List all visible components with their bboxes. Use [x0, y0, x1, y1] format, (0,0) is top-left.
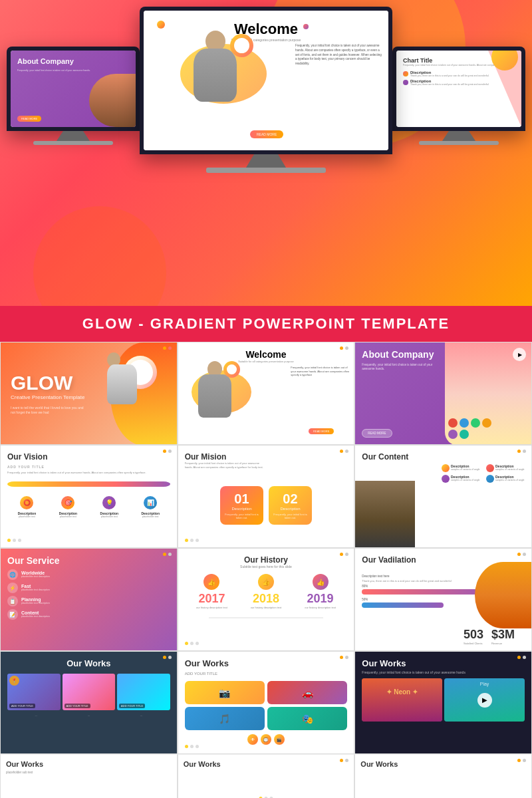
about-play-icon: ▶ — [518, 352, 522, 358]
welcome-dot-1 — [340, 346, 343, 350]
neon-text-1: ✦ Neon ✦ — [362, 688, 442, 696]
neon-text-2: Play — [444, 682, 525, 686]
history-dot-2 — [345, 553, 348, 556]
main-ring — [230, 34, 253, 57]
works-dark-dot-2 — [168, 656, 172, 659]
welcome-person-body — [198, 374, 231, 418]
neon-play-btn[interactable]: ▶ — [477, 693, 492, 708]
glow-desc: I want to tell the world that I loved to… — [11, 406, 84, 415]
history-bd-1 — [185, 642, 188, 645]
works-dark-dots — [163, 656, 172, 659]
slides-grid: GLOW Creative Presentation Template I wa… — [0, 342, 532, 798]
history-year-num-2: 2018 — [253, 592, 279, 606]
history-year-num-3: 2019 — [307, 592, 333, 606]
service-icon-content: 📝 — [7, 609, 18, 620]
works-b3-dot-1 — [517, 759, 521, 762]
ball-4 — [482, 418, 491, 428]
works-color-item-1: 📷 — [185, 681, 265, 704]
works-dark-item-2: ADD YOUR TITLE — [63, 674, 116, 710]
monitor-main-base — [206, 168, 326, 173]
service-item-content: 📝 Content placeholder text description — [7, 609, 170, 620]
monitor-left: About Company Frequently, your initial f… — [7, 47, 140, 145]
title-banner-text: GLOW - GRADIENT POWERPOINT TEMPLATE — [82, 315, 450, 332]
vision-bottom-dots — [7, 539, 21, 542]
works-dark-dot-1 — [163, 656, 166, 659]
works-dark-grid: 📍 ADD YOUR TITLE ADD YOUR TITLE ADD YOUR… — [7, 674, 170, 710]
wc-bd-3 — [196, 745, 199, 748]
welcome-small-dots — [340, 346, 348, 350]
main-read-more-btn[interactable]: READ MORE — [250, 130, 283, 138]
works-dark-item-3: ADD YOUR TITLE — [117, 674, 170, 710]
mission-bd-3 — [196, 539, 199, 542]
slide-service: Our Service 🌐 Worldwide placeholder text… — [0, 548, 178, 651]
mission-bd-1 — [185, 539, 188, 542]
vision-dot-2 — [168, 450, 172, 453]
right-item-text-2: Discription Thank you, there are in this… — [410, 79, 489, 86]
works-neon-img-row: ✦ Neon ✦ ▶ Play — [362, 678, 525, 722]
monitor-right-content: Chart Title Frequently, your initial fon… — [396, 51, 521, 127]
slide-vision: Our Vision ADD YOUR TITLE Frequently, yo… — [0, 445, 178, 548]
neon-bg-1: ✦ Neon ✦ — [362, 678, 442, 722]
monitor-main: Welcome Suitable for all categories pres… — [140, 7, 392, 173]
welcome-ring-icon — [223, 361, 240, 378]
hero-section: About Company Frequently, your initial f… — [0, 0, 532, 306]
works-color-item-4: 🎭 — [267, 707, 347, 730]
stat-clients-num: 503 — [464, 628, 483, 642]
mission-dots — [340, 450, 348, 453]
monitor-left-screen: About Company Frequently, your initial f… — [11, 51, 136, 127]
stat-clients-label: Satisfied Clients — [464, 642, 483, 645]
about-play-btn[interactable]: ▶ — [513, 348, 526, 361]
works-bottom-1-desc: placeholder sub text — [6, 771, 172, 775]
validation-dot-2 — [523, 553, 526, 556]
glow-dots — [163, 346, 172, 350]
vision-bd-2 — [13, 539, 16, 542]
progress-bar-2 — [362, 602, 443, 608]
works-b2-dot-2 — [345, 759, 348, 762]
works-bottom-3-dots — [517, 759, 526, 762]
vision-dot-1 — [163, 450, 166, 453]
service-icon-worldwide: 🌐 — [7, 569, 18, 580]
vision-icon-desc-4: placeholder text — [142, 515, 159, 519]
content-dot-1 — [517, 450, 521, 453]
history-bottom-dots — [185, 642, 199, 645]
works-neon-dots — [517, 656, 526, 659]
history-desc-2: our history description text — [251, 606, 282, 609]
works-color-icon-4: 🎭 — [302, 714, 313, 724]
welcome-read-more[interactable]: READ MORE — [309, 428, 334, 434]
deco-circle-1 — [157, 21, 165, 29]
slide-works-neon: Our Works Frequently, your initial font … — [354, 651, 532, 754]
works-bottom-2-title: Our Works — [184, 760, 349, 768]
works-dark-bl-1: ... — [35, 714, 37, 717]
works-video-icon: 🎬 — [274, 734, 285, 745]
content-item-3: Description samples of variants of angle — [442, 475, 483, 483]
glow-title: GLOW — [11, 372, 72, 394]
history-desc-3: our history description text — [305, 606, 336, 609]
welcome-dot-2 — [345, 346, 348, 350]
monitor-left-img — [89, 74, 136, 127]
welcome-right-text: Frequently, your initial font choice is … — [291, 366, 350, 377]
slide-mission: Our Mision Frequently, your initial font… — [178, 445, 355, 548]
service-item-worldwide: 🌐 Worldwide placeholder text description — [7, 569, 170, 580]
history-year-2018: 👍 2018 our history description text — [251, 574, 282, 609]
vision-icon-desc-3: placeholder text — [101, 515, 118, 519]
glow-person-body — [107, 364, 137, 404]
history-timeline: 👍 2017 our history description text 👍 20… — [185, 574, 348, 609]
vision-add-title: ADD YOUR TITLE — [7, 465, 170, 469]
works-bottom-3-title: Our Works — [360, 760, 526, 769]
right-item-icon-2 — [403, 80, 408, 85]
service-item-planning: 📋 Planning placeholder text description — [7, 596, 170, 606]
vision-icon-4: 📊 Description placeholder text — [131, 496, 170, 519]
history-year-2017: 👍 2017 our history description text — [196, 574, 227, 609]
slide-history: Our History Subtitle text goes here for … — [178, 548, 355, 651]
vision-title: Our Vision — [7, 452, 170, 462]
works-bottom-2-dots — [340, 759, 348, 762]
neon-img-2: ▶ Play — [444, 678, 525, 722]
slide-validation: Our Vadilation Description text here Tha… — [354, 548, 532, 651]
works-color-icon-3: 🎵 — [219, 714, 230, 724]
works-colorful-title: Our Works — [185, 658, 348, 668]
history-icon-3: 👍 — [313, 574, 329, 590]
service-dot-2 — [168, 553, 172, 556]
monitor-main-stand — [246, 154, 286, 168]
about-btn[interactable]: READ MORE — [362, 429, 392, 438]
service-icon-planning: 📋 — [7, 596, 18, 606]
